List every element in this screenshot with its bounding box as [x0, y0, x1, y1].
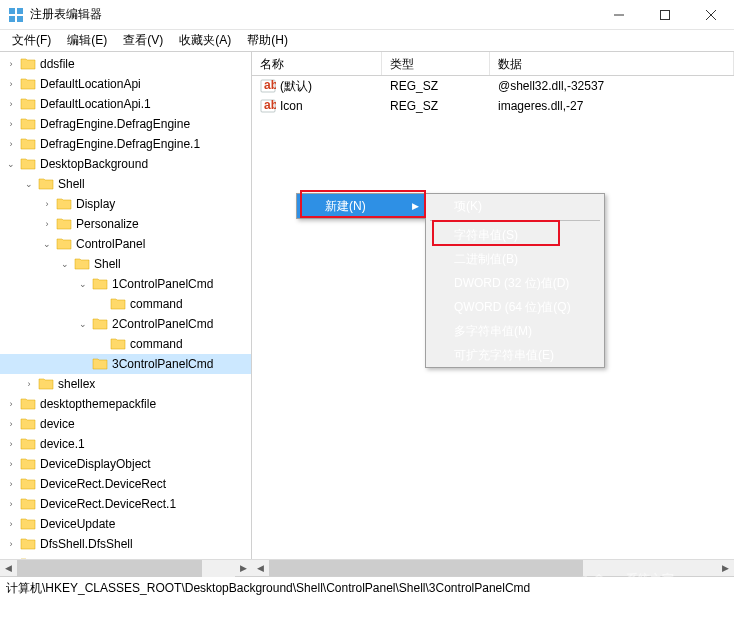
- collapse-icon[interactable]: ⌄: [58, 257, 72, 271]
- value-data: imageres.dll,-27: [490, 99, 734, 113]
- tree-node[interactable]: ›DeviceDisplayObject: [0, 454, 251, 474]
- context-new[interactable]: 新建(N) ▶ 项(K) 字符串值(S) 二进制值(B) DWORD (32 位…: [297, 194, 425, 218]
- folder-icon: [38, 177, 54, 191]
- submenu-binary[interactable]: 二进制值(B): [426, 247, 604, 271]
- collapse-icon[interactable]: ⌄: [76, 317, 90, 331]
- tree-node[interactable]: ›DefragEngine.DefragEngine: [0, 114, 251, 134]
- expand-icon[interactable]: ›: [40, 197, 54, 211]
- expand-icon[interactable]: ›: [4, 477, 18, 491]
- tree-node[interactable]: ›Personalize: [0, 214, 251, 234]
- expand-icon[interactable]: ›: [4, 397, 18, 411]
- expand-icon[interactable]: ›: [22, 377, 36, 391]
- col-header-name[interactable]: 名称: [252, 52, 382, 75]
- collapse-icon[interactable]: ⌄: [76, 277, 90, 291]
- submenu-qword[interactable]: QWORD (64 位)值(Q): [426, 295, 604, 319]
- tree-node[interactable]: ›Display: [0, 194, 251, 214]
- list-panel[interactable]: 名称 类型 数据 ab(默认)REG_SZ@shell32.dll,-32537…: [252, 52, 734, 576]
- tree-node[interactable]: ›device: [0, 414, 251, 434]
- tree-label: DeviceUpdate: [40, 517, 115, 531]
- submenu-dword[interactable]: DWORD (32 位)值(D): [426, 271, 604, 295]
- expand-icon[interactable]: ›: [4, 417, 18, 431]
- menu-help[interactable]: 帮助(H): [239, 30, 296, 51]
- folder-icon: [56, 237, 72, 251]
- submenu-multi[interactable]: 多字符串值(M): [426, 319, 604, 343]
- folder-icon: [74, 257, 90, 271]
- tree-node[interactable]: ⌄DesktopBackground: [0, 154, 251, 174]
- tree-node[interactable]: ›device.1: [0, 434, 251, 454]
- tree-label: DefaultLocationApi.1: [40, 97, 151, 111]
- minimize-button[interactable]: [596, 0, 642, 30]
- main-area: ›ddsfile›DefaultLocationApi›DefaultLocat…: [0, 52, 734, 576]
- expand-icon[interactable]: ›: [4, 517, 18, 531]
- submenu-key[interactable]: 项(K): [426, 194, 604, 218]
- menu-favorites[interactable]: 收藏夹(A): [171, 30, 239, 51]
- expand-icon[interactable]: ›: [40, 217, 54, 231]
- tree-node[interactable]: ⌄2ControlPanelCmd: [0, 314, 251, 334]
- tree-node[interactable]: ›DfsShell.DfsShell: [0, 534, 251, 554]
- scroll-left-icon[interactable]: ◀: [0, 560, 17, 577]
- value-data: @shell32.dll,-32537: [490, 79, 734, 93]
- tree-node[interactable]: ›DefaultLocationApi: [0, 74, 251, 94]
- expand-icon[interactable]: ›: [4, 57, 18, 71]
- menu-edit[interactable]: 编辑(E): [59, 30, 115, 51]
- expand-icon[interactable]: ›: [4, 97, 18, 111]
- folder-icon: [20, 137, 36, 151]
- tree-node[interactable]: ›DefragEngine.DefragEngine.1: [0, 134, 251, 154]
- tree-node[interactable]: ›DeviceUpdate: [0, 514, 251, 534]
- folder-icon: [56, 217, 72, 231]
- menu-view[interactable]: 查看(V): [115, 30, 171, 51]
- tree-label: Shell: [94, 257, 121, 271]
- collapse-icon[interactable]: ⌄: [4, 157, 18, 171]
- tree-node[interactable]: ⌄1ControlPanelCmd: [0, 274, 251, 294]
- value-type: REG_SZ: [382, 79, 490, 93]
- tree-label: Shell: [58, 177, 85, 191]
- maximize-button[interactable]: [642, 0, 688, 30]
- expand-icon[interactable]: ›: [4, 537, 18, 551]
- close-button[interactable]: [688, 0, 734, 30]
- tree-node[interactable]: command: [0, 294, 251, 314]
- tree-node[interactable]: command: [0, 334, 251, 354]
- folder-icon: [20, 537, 36, 551]
- submenu-expand[interactable]: 可扩充字符串值(E): [426, 343, 604, 367]
- tree-label: shellex: [58, 377, 95, 391]
- expand-icon[interactable]: ›: [4, 497, 18, 511]
- collapse-icon[interactable]: ⌄: [22, 177, 36, 191]
- string-value-icon: ab: [260, 98, 276, 114]
- expand-icon[interactable]: ›: [4, 137, 18, 151]
- expand-icon[interactable]: ›: [4, 77, 18, 91]
- col-header-data[interactable]: 数据: [490, 52, 734, 75]
- titlebar: 注册表编辑器: [0, 0, 734, 30]
- expand-icon[interactable]: ›: [4, 117, 18, 131]
- expand-icon[interactable]: ›: [4, 437, 18, 451]
- tree-node[interactable]: ⌄ControlPanel: [0, 234, 251, 254]
- scroll-right-icon[interactable]: ▶: [717, 560, 734, 577]
- collapse-icon[interactable]: ⌄: [40, 237, 54, 251]
- folder-icon: [20, 497, 36, 511]
- tree-node[interactable]: ›desktopthemepackfile: [0, 394, 251, 414]
- folder-icon: [20, 77, 36, 91]
- expand-icon[interactable]: ›: [4, 457, 18, 471]
- tree-node[interactable]: 3ControlPanelCmd: [0, 354, 251, 374]
- tree-node[interactable]: ⌄Shell: [0, 254, 251, 274]
- menu-file[interactable]: 文件(F): [4, 30, 59, 51]
- tree-node[interactable]: ›DefaultLocationApi.1: [0, 94, 251, 114]
- tree-node[interactable]: ›DeviceRect.DeviceRect.1: [0, 494, 251, 514]
- tree-node[interactable]: ⌄Shell: [0, 174, 251, 194]
- tree-label: desktopthemepackfile: [40, 397, 156, 411]
- tree-panel[interactable]: ›ddsfile›DefaultLocationApi›DefaultLocat…: [0, 52, 252, 576]
- list-hscroll[interactable]: ◀ ▶: [252, 559, 734, 576]
- context-new-label: 新建(N): [325, 198, 366, 215]
- list-row[interactable]: ab(默认)REG_SZ@shell32.dll,-32537: [252, 76, 734, 96]
- tree-node[interactable]: ›DeviceRect.DeviceRect: [0, 474, 251, 494]
- value-name: (默认): [280, 78, 312, 95]
- scroll-left-icon[interactable]: ◀: [252, 560, 269, 577]
- col-header-type[interactable]: 类型: [382, 52, 490, 75]
- tree-node[interactable]: ›shellex: [0, 374, 251, 394]
- tree-node[interactable]: ›ddsfile: [0, 54, 251, 74]
- scroll-right-icon[interactable]: ▶: [235, 560, 252, 577]
- list-row[interactable]: abIconREG_SZimageres.dll,-27: [252, 96, 734, 116]
- folder-icon: [20, 117, 36, 131]
- tree-label: DefragEngine.DefragEngine: [40, 117, 190, 131]
- tree-hscroll[interactable]: ◀ ▶: [0, 559, 252, 576]
- submenu-string[interactable]: 字符串值(S): [426, 223, 604, 247]
